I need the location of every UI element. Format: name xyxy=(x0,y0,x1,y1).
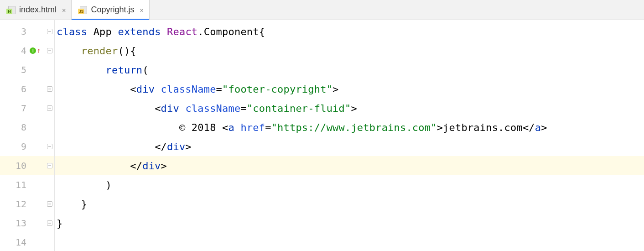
fold-toggle-icon[interactable] xyxy=(47,144,52,149)
fold-column xyxy=(45,20,55,251)
tab-index-html[interactable]: H index.html ✕ xyxy=(0,0,72,20)
close-icon[interactable]: ✕ xyxy=(62,6,66,14)
gutter-marker[interactable]: I ↑ xyxy=(30,47,41,54)
code-line[interactable]: ) xyxy=(55,175,644,194)
line-number[interactable]: 14 xyxy=(0,233,45,251)
code-line[interactable]: <div className="container-fluid"> xyxy=(55,99,644,118)
html-file-icon: H xyxy=(6,6,16,14)
line-number[interactable]: 12 xyxy=(0,194,45,214)
line-number[interactable]: 7 xyxy=(0,99,45,118)
tab-label: Copyright.js xyxy=(91,5,134,15)
tab-label: index.html xyxy=(19,5,57,15)
line-number[interactable]: 11 xyxy=(0,175,45,194)
code-line-current[interactable]: </div> xyxy=(55,156,644,175)
gutter: 3 4 I ↑ 5 6 7 8 9 10 11 12 13 14 xyxy=(0,20,45,251)
line-number[interactable]: 13 xyxy=(0,214,45,233)
fold-toggle-icon[interactable] xyxy=(47,86,52,92)
line-number[interactable]: 5 xyxy=(0,60,45,79)
fold-toggle-icon[interactable] xyxy=(47,163,52,168)
line-number[interactable]: 6 xyxy=(0,79,45,99)
code-line[interactable]: </div> xyxy=(55,137,644,156)
fold-toggle-icon[interactable] xyxy=(47,220,52,226)
code-line[interactable]: © 2018 <a href="https://www.jetbrains.co… xyxy=(55,118,644,137)
line-number[interactable]: 10 xyxy=(0,156,45,175)
tab-copyright-js[interactable]: JS Copyright.js ✕ xyxy=(72,0,149,20)
editor-area: 3 4 I ↑ 5 6 7 8 9 10 11 12 13 14 xyxy=(0,20,644,251)
fold-toggle-icon[interactable] xyxy=(47,201,52,207)
line-number[interactable]: 4 I ↑ xyxy=(0,41,45,60)
fold-toggle-icon[interactable] xyxy=(47,105,52,111)
arrow-up-icon: ↑ xyxy=(36,47,41,54)
editor-tab-bar: H index.html ✕ JS Copyright.js ✕ xyxy=(0,0,644,20)
fold-toggle-icon[interactable] xyxy=(47,29,52,34)
close-icon[interactable]: ✕ xyxy=(140,6,144,14)
line-number[interactable]: 9 xyxy=(0,137,45,156)
fold-toggle-icon[interactable] xyxy=(47,48,52,53)
code-line[interactable]: } xyxy=(55,194,644,214)
code-editor[interactable]: class App extends React.Component{ rende… xyxy=(55,20,644,251)
code-line[interactable]: } xyxy=(55,214,644,233)
implements-icon: I xyxy=(30,47,36,54)
code-line[interactable] xyxy=(55,233,644,251)
js-file-icon: JS xyxy=(78,6,87,14)
line-number[interactable]: 3 xyxy=(0,22,45,41)
code-line[interactable]: <div className="footer-copyright"> xyxy=(55,79,644,99)
code-line[interactable]: render(){ xyxy=(55,41,644,60)
code-line[interactable]: class App extends React.Component{ xyxy=(55,22,644,41)
line-number[interactable]: 8 xyxy=(0,118,45,137)
code-line[interactable]: return( xyxy=(55,60,644,79)
